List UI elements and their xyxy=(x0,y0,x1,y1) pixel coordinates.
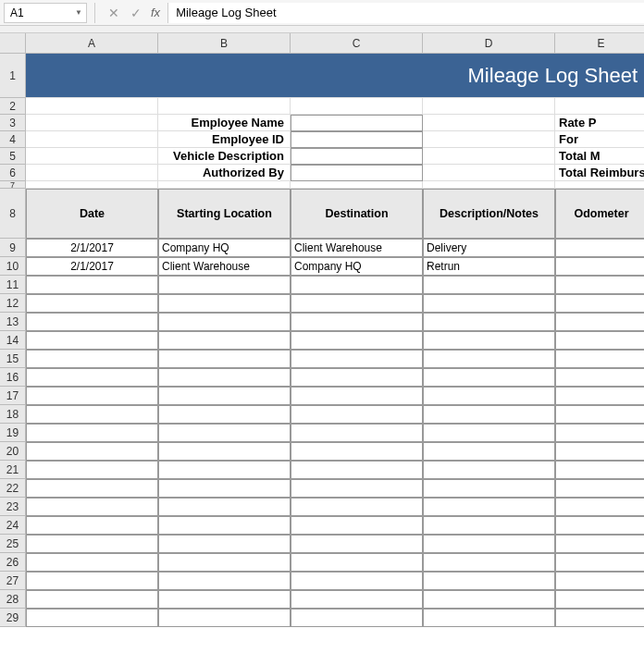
row-head-27[interactable]: 27 xyxy=(0,572,26,590)
row-head-11[interactable]: 11 xyxy=(0,276,26,294)
data-cell-desc[interactable] xyxy=(423,294,555,313)
data-cell-odo[interactable] xyxy=(555,498,644,516)
row-head-9[interactable]: 9 xyxy=(0,239,26,257)
label-employee-id[interactable]: Employee ID xyxy=(158,131,291,148)
data-cell-desc[interactable] xyxy=(423,461,555,479)
header-odo[interactable]: Odometer xyxy=(555,189,644,239)
data-cell-start[interactable] xyxy=(158,387,291,405)
row-head-20[interactable]: 20 xyxy=(0,442,26,461)
data-cell-date[interactable]: 2/1/2017 xyxy=(26,239,158,257)
data-cell-desc[interactable] xyxy=(423,350,555,368)
data-cell-odo[interactable] xyxy=(555,294,644,313)
data-cell-desc[interactable] xyxy=(423,479,555,498)
data-cell-dest[interactable] xyxy=(291,609,423,627)
data-cell-start[interactable] xyxy=(158,516,291,535)
data-cell-odo[interactable] xyxy=(555,590,644,609)
data-cell-start[interactable] xyxy=(158,294,291,313)
cell[interactable] xyxy=(26,115,158,131)
data-cell-start[interactable] xyxy=(158,331,291,350)
row-head-2[interactable]: 2 xyxy=(0,98,26,115)
data-cell-desc[interactable] xyxy=(423,516,555,535)
data-cell-desc[interactable] xyxy=(423,276,555,294)
cancel-icon[interactable]: ✕ xyxy=(108,6,119,20)
data-cell-date[interactable] xyxy=(26,516,158,535)
row-head-15[interactable]: 15 xyxy=(0,350,26,368)
row-head-5[interactable]: 5 xyxy=(0,148,26,165)
data-cell-date[interactable] xyxy=(26,387,158,405)
row-head-4[interactable]: 4 xyxy=(0,131,26,148)
data-cell-start[interactable] xyxy=(158,498,291,516)
data-cell-odo[interactable] xyxy=(555,479,644,498)
data-cell-dest[interactable] xyxy=(291,572,423,590)
cell[interactable] xyxy=(158,181,291,189)
data-cell-date[interactable] xyxy=(26,590,158,609)
data-cell-dest[interactable] xyxy=(291,276,423,294)
data-cell-odo[interactable] xyxy=(555,313,644,331)
data-cell-odo[interactable] xyxy=(555,257,644,276)
cell[interactable] xyxy=(291,98,423,115)
data-cell-dest[interactable] xyxy=(291,442,423,461)
data-cell-odo[interactable] xyxy=(555,331,644,350)
data-cell-desc[interactable] xyxy=(423,424,555,442)
cell[interactable] xyxy=(423,181,555,189)
data-cell-odo[interactable] xyxy=(555,442,644,461)
cell[interactable] xyxy=(423,148,555,165)
data-cell-dest[interactable]: Company HQ xyxy=(291,257,423,276)
header-desc[interactable]: Description/Notes xyxy=(423,189,555,239)
col-head-b[interactable]: B xyxy=(158,33,291,54)
data-cell-desc[interactable] xyxy=(423,387,555,405)
label-vehicle[interactable]: Vehicle Description xyxy=(158,148,291,165)
data-cell-desc[interactable] xyxy=(423,572,555,590)
data-cell-odo[interactable] xyxy=(555,553,644,572)
row-head-19[interactable]: 19 xyxy=(0,424,26,442)
row-head-21[interactable]: 21 xyxy=(0,461,26,479)
data-cell-odo[interactable] xyxy=(555,572,644,590)
row-head-17[interactable]: 17 xyxy=(0,387,26,405)
cell[interactable] xyxy=(26,131,158,148)
cell[interactable] xyxy=(555,98,644,115)
data-cell-start[interactable] xyxy=(158,535,291,553)
data-cell-odo[interactable] xyxy=(555,535,644,553)
data-cell-desc[interactable] xyxy=(423,498,555,516)
cell[interactable] xyxy=(26,98,158,115)
data-cell-date[interactable] xyxy=(26,479,158,498)
row-head-10[interactable]: 10 xyxy=(0,257,26,276)
cell[interactable] xyxy=(26,181,158,189)
data-cell-start[interactable] xyxy=(158,572,291,590)
header-start[interactable]: Starting Location xyxy=(158,189,291,239)
data-cell-dest[interactable] xyxy=(291,498,423,516)
data-cell-start[interactable] xyxy=(158,590,291,609)
formula-input[interactable] xyxy=(167,3,644,23)
select-all-corner[interactable] xyxy=(0,33,26,54)
row-head-29[interactable]: 29 xyxy=(0,609,26,627)
label-total-m[interactable]: Total M xyxy=(555,148,644,165)
row-head-1[interactable]: 1 xyxy=(0,54,26,98)
data-cell-start[interactable] xyxy=(158,424,291,442)
input-employee-id[interactable] xyxy=(291,131,423,148)
data-cell-desc[interactable] xyxy=(423,535,555,553)
data-cell-date[interactable] xyxy=(26,424,158,442)
data-cell-dest[interactable] xyxy=(291,313,423,331)
data-cell-dest[interactable] xyxy=(291,368,423,387)
data-cell-start[interactable] xyxy=(158,368,291,387)
row-head-16[interactable]: 16 xyxy=(0,368,26,387)
label-reimburse[interactable]: Total Reimburs xyxy=(555,165,644,181)
label-employee-name[interactable]: Employee Name xyxy=(158,115,291,131)
row-head-22[interactable]: 22 xyxy=(0,479,26,498)
data-cell-date[interactable] xyxy=(26,405,158,424)
data-cell-desc[interactable] xyxy=(423,313,555,331)
data-cell-dest[interactable] xyxy=(291,350,423,368)
cell[interactable] xyxy=(423,98,555,115)
row-head-6[interactable]: 6 xyxy=(0,165,26,181)
data-cell-start[interactable] xyxy=(158,276,291,294)
col-head-d[interactable]: D xyxy=(423,33,555,54)
data-cell-start[interactable] xyxy=(158,609,291,627)
input-employee-name[interactable] xyxy=(291,115,423,131)
data-cell-date[interactable] xyxy=(26,368,158,387)
data-cell-date[interactable] xyxy=(26,294,158,313)
data-cell-date[interactable] xyxy=(26,350,158,368)
row-head-23[interactable]: 23 xyxy=(0,498,26,516)
row-head-12[interactable]: 12 xyxy=(0,294,26,313)
row-head-24[interactable]: 24 xyxy=(0,516,26,535)
data-cell-start[interactable] xyxy=(158,553,291,572)
